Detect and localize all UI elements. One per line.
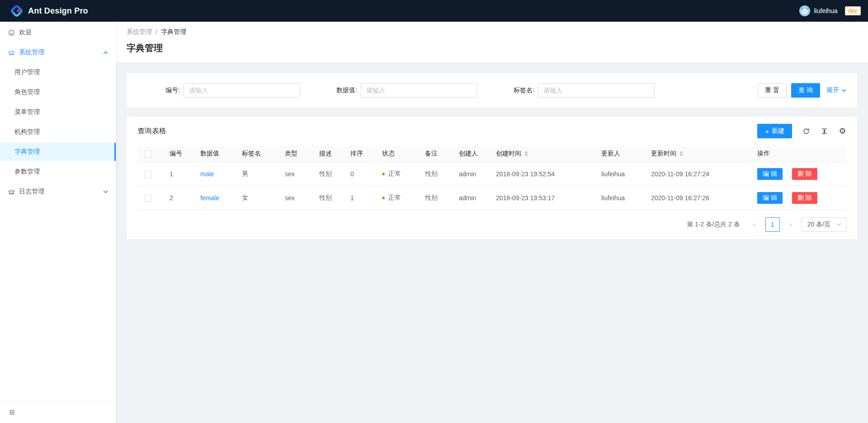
cell-value-link[interactable]: female <box>200 194 219 202</box>
chevron-up-icon <box>103 50 108 55</box>
column-header-updated-at[interactable]: 更新时间 <box>644 146 750 162</box>
column-height-icon[interactable] <box>821 127 828 135</box>
header-right: liufeihua dev <box>797 0 861 22</box>
column-header-sort: 排序 <box>343 146 375 162</box>
new-button-label: 新建 <box>772 127 784 135</box>
cell-code: 2 <box>162 186 193 210</box>
sidebar-item-label: 角色管理 <box>14 88 40 96</box>
env-tag: dev <box>845 6 861 15</box>
value-input[interactable] <box>361 83 477 98</box>
cell-value-link[interactable]: male <box>200 170 214 178</box>
cell-status: 正常 <box>375 162 418 186</box>
prev-page-button[interactable]: < <box>747 217 762 232</box>
sidebar-menu: 欢迎 系统管理 用户管理 角色管理 菜单管理 机构管理 字典管理 <box>0 22 116 401</box>
action-divider <box>787 194 788 201</box>
menu-fold-icon <box>8 409 16 416</box>
sidebar-item-label: 系统管理 <box>19 48 44 56</box>
chevron-down-icon <box>103 189 108 194</box>
page-size-select[interactable]: 20 条/页 <box>802 217 846 232</box>
cell-sort: 0 <box>343 162 375 186</box>
setting-gear-icon[interactable]: ⚙ <box>839 127 846 135</box>
filter-actions: 重 置 查 询 展开 <box>669 83 846 98</box>
cell-remark: 性别 <box>418 162 452 186</box>
expand-link[interactable]: 展开 <box>826 86 846 94</box>
sidebar-item-log-management[interactable]: 日志管理 <box>0 183 116 201</box>
sidebar-item-org-management[interactable]: 机构管理 <box>0 123 116 141</box>
sidebar-item-system-management[interactable]: 系统管理 <box>0 43 116 61</box>
pagination: 第 1-2 条/总共 2 条 < 1 > 20 条/页 <box>127 210 857 232</box>
reset-button[interactable]: 重 置 <box>758 83 787 98</box>
column-header-remark: 备注 <box>418 146 452 162</box>
status-dot <box>382 197 385 199</box>
sidebar-item-dict-management[interactable]: 字典管理 <box>0 143 116 161</box>
select-all-checkbox[interactable] <box>145 150 152 158</box>
cell-status: 正常 <box>375 186 418 210</box>
row-checkbox[interactable] <box>145 171 152 178</box>
column-header-updater: 更新人 <box>594 146 644 162</box>
expand-link-label: 展开 <box>826 86 839 94</box>
column-header-creator: 创建人 <box>452 146 489 162</box>
page-header: 系统管理 / 字典管理 字典管理 <box>116 22 868 62</box>
sidebar-item-label: 参数管理 <box>14 168 40 176</box>
cell-created-at: 2018-09-23 19:52:54 <box>489 162 594 186</box>
cell-creator: admin <box>452 162 489 186</box>
next-page-button[interactable]: > <box>783 217 798 232</box>
sidebar-item-menu-management[interactable]: 菜单管理 <box>0 103 116 121</box>
page-title: 字典管理 <box>127 42 857 54</box>
toolbar-actions: + 新建 <box>757 124 846 138</box>
reload-icon[interactable] <box>802 127 810 135</box>
tag-input[interactable] <box>538 83 655 98</box>
column-header-status: 状态 <box>375 146 418 162</box>
table-toolbar: 查询表格 + 新建 <box>127 117 857 146</box>
search-button[interactable]: 查 询 <box>791 83 820 98</box>
crown-icon <box>8 49 15 56</box>
table-title: 查询表格 <box>137 127 166 136</box>
code-field-label: 编号: <box>165 86 180 94</box>
filter-card: 编号: 数据值: 标签名: 重 置 查 询 展开 <box>127 73 857 108</box>
cell-type: sex <box>278 162 312 186</box>
cell-tag: 男 <box>235 162 278 186</box>
sidebar-item-param-management[interactable]: 参数管理 <box>0 163 116 181</box>
plus-icon: + <box>765 128 769 135</box>
app-header: Ant Design Pro liufeihua dev <box>0 0 868 22</box>
code-input[interactable] <box>184 83 300 98</box>
edit-button[interactable]: 编 辑 <box>757 168 783 180</box>
sidebar-item-user-management[interactable]: 用户管理 <box>0 63 116 81</box>
logo-area[interactable]: Ant Design Pro <box>10 4 88 18</box>
row-checkbox[interactable] <box>145 195 152 202</box>
edit-button[interactable]: 编 辑 <box>757 192 783 204</box>
sidebar-collapse-trigger[interactable] <box>0 401 116 423</box>
cell-updated-at: 2020-11-09 16:27:26 <box>644 186 750 210</box>
dict-table: 编号 数据值 标签名 类型 描述 排序 状态 备注 创建人 创建时间 <box>137 146 846 210</box>
app-title: Ant Design Pro <box>28 6 88 16</box>
cell-creator: admin <box>452 186 489 210</box>
current-page-button[interactable]: 1 <box>765 217 780 232</box>
chevron-down-icon <box>837 222 841 227</box>
table-row: 2 female 女 sex 性别 1 正常 性别 admin 2018-09-… <box>137 186 846 210</box>
sort-icons <box>679 151 683 156</box>
column-header-created-at[interactable]: 创建时间 <box>489 146 594 162</box>
sidebar-item-role-management[interactable]: 角色管理 <box>0 83 116 101</box>
smile-icon <box>8 29 15 36</box>
column-header-created-at-label: 创建时间 <box>496 150 521 158</box>
pagination-total: 第 1-2 条/总共 2 条 <box>687 221 740 229</box>
cell-code: 1 <box>162 162 193 186</box>
sidebar-item-welcome[interactable]: 欢迎 <box>0 24 116 42</box>
breadcrumb-item-dict: 字典管理 <box>161 28 186 36</box>
delete-button[interactable]: 删 除 <box>792 168 817 180</box>
cell-remark: 性别 <box>418 186 452 210</box>
sidebar: 欢迎 系统管理 用户管理 角色管理 菜单管理 机构管理 字典管理 <box>0 22 116 423</box>
page-content: 编号: 数据值: 标签名: 重 置 查 询 展开 <box>116 62 868 250</box>
breadcrumb-item-system[interactable]: 系统管理 <box>127 28 152 36</box>
page-size-label: 20 条/页 <box>807 221 830 229</box>
cell-type: sex <box>278 186 312 210</box>
delete-button[interactable]: 删 除 <box>792 192 817 204</box>
chevron-down-icon <box>841 88 846 93</box>
avatar <box>799 5 810 16</box>
user-menu[interactable]: liufeihua <box>797 0 839 22</box>
filter-field-value: 数据值: <box>315 83 492 98</box>
new-button[interactable]: + 新建 <box>757 124 792 138</box>
cell-updated-at: 2020-11-09 16:27:24 <box>644 162 750 186</box>
username: liufeihua <box>814 7 837 14</box>
breadcrumb-separator: / <box>156 28 157 36</box>
